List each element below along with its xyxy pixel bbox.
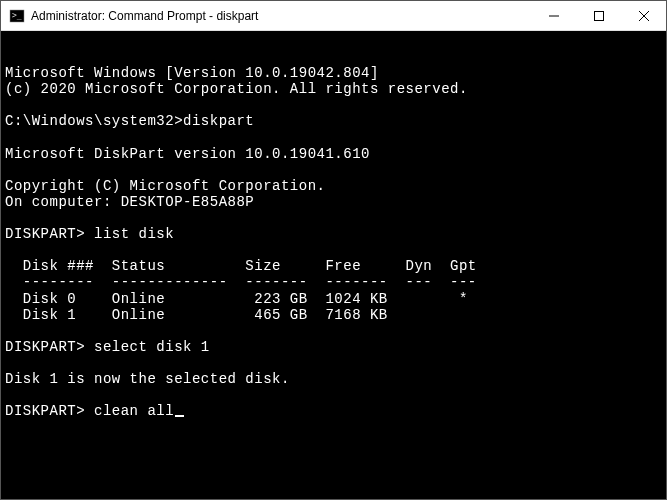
terminal-line: DISKPART> select disk 1 [5,339,662,355]
cursor [175,415,184,417]
window-title: Administrator: Command Prompt - diskpart [31,9,531,23]
terminal-line: Copyright (C) Microsoft Corporation. [5,178,662,194]
terminal-line [5,97,662,113]
terminal-line: Disk 1 is now the selected disk. [5,371,662,387]
terminal-line: Microsoft DiskPart version 10.0.19041.61… [5,146,662,162]
terminal-line: DISKPART> clean all [5,403,662,419]
close-button[interactable] [621,1,666,30]
terminal-line [5,130,662,146]
terminal-line [5,210,662,226]
terminal-line: C:\Windows\system32>diskpart [5,113,662,129]
maximize-button[interactable] [576,1,621,30]
terminal-line [5,355,662,371]
app-icon: >_ [9,8,25,24]
minimize-button[interactable] [531,1,576,30]
terminal-line [5,387,662,403]
terminal-line [5,242,662,258]
terminal-line: DISKPART> list disk [5,226,662,242]
terminal-area[interactable]: Microsoft Windows [Version 10.0.19042.80… [1,31,666,499]
terminal-line [5,162,662,178]
terminal-line: (c) 2020 Microsoft Corporation. All righ… [5,81,662,97]
terminal-line: -------- ------------- ------- ------- -… [5,274,662,290]
command-prompt-window: >_ Administrator: Command Prompt - diskp… [0,0,667,500]
terminal-line [5,323,662,339]
titlebar[interactable]: >_ Administrator: Command Prompt - diskp… [1,1,666,31]
terminal-line: Disk ### Status Size Free Dyn Gpt [5,258,662,274]
window-controls [531,1,666,30]
terminal-line: Disk 0 Online 223 GB 1024 KB * [5,291,662,307]
terminal-line: Microsoft Windows [Version 10.0.19042.80… [5,65,662,81]
terminal-line: Disk 1 Online 465 GB 7168 KB [5,307,662,323]
svg-text:>_: >_ [12,11,22,20]
svg-rect-3 [594,11,603,20]
terminal-line: On computer: DESKTOP-E85A88P [5,194,662,210]
